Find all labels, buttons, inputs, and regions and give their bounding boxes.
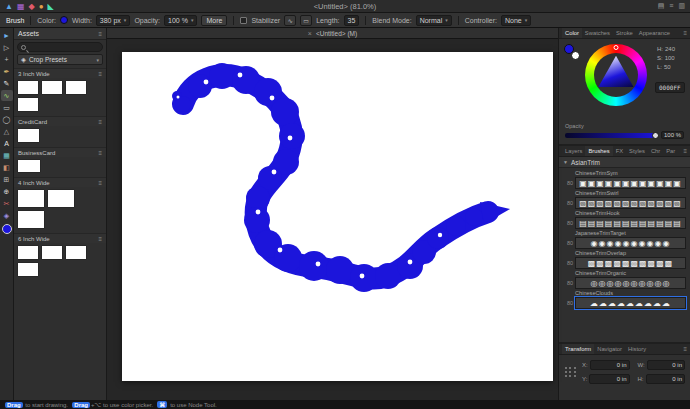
brush-item[interactable]: ChineseTrimOverlap 80 ▩▩▩▩▩▩▩▩▩▩ [559,249,690,269]
anchor-point-selector[interactable] [564,366,577,379]
section-menu-icon[interactable]: ≡ [98,236,102,242]
document-page[interactable] [122,52,553,381]
panel-tab[interactable]: Styles [626,146,648,156]
brush-item[interactable]: ChineseTrimSym 80 ▣▣▣▣▣▣▣▣▣▣▣▣ [559,169,690,189]
asset-thumbnail[interactable] [18,129,39,142]
asset-thumbnail[interactable] [66,81,86,94]
gradient-tool[interactable]: ◧ [1,162,13,173]
panel-tab[interactable]: Chr [648,146,663,156]
asset-thumbnail[interactable] [42,81,62,94]
section-menu-icon[interactable]: ≡ [98,180,102,186]
grid-tool[interactable]: ⊞ [1,174,13,185]
crop-tool[interactable]: ✂ [1,198,13,209]
asset-thumbnail[interactable] [18,263,38,276]
divider [30,16,31,25]
zoom-tool[interactable]: ◈ [1,210,13,221]
preferences-icon[interactable]: ≡ [669,2,673,10]
designer-persona[interactable]: ▲ [5,2,13,11]
transform-field-input[interactable]: 0 in [646,374,686,384]
transform-field-input[interactable]: 0 in [589,374,629,384]
width-dropdown[interactable]: 380 px▾ [96,15,131,26]
brush-item[interactable]: ChineseTrimSwirl 80 ▧▧▧▧▧▧▧▧▧▧▧▧ [559,189,690,209]
hex-value-field[interactable]: 0000FF [655,82,685,93]
brush-item[interactable]: JapaneseTrimTarget 80 ◉◉◉◉◉◉◉◉◉◉ [559,229,690,249]
hue-marker[interactable] [614,45,619,50]
move-tool[interactable]: ► [1,30,13,41]
photo-persona[interactable]: ● [39,2,44,11]
ellipse-tool[interactable]: ◯ [1,114,13,125]
brush-item[interactable]: ChineseTrimHook 80 ▤▤▤▤▤▤▤▤▤▤▤▤ [559,209,690,229]
brush-color-swatch[interactable] [60,16,68,24]
publisher-persona[interactable]: ◣ [47,2,53,11]
vector-brush-tool[interactable]: ∿ [1,90,13,101]
asset-thumbnail[interactable] [18,246,38,259]
window-stabilizer-button[interactable]: ▭ [300,15,312,26]
snapping-icon[interactable]: ▤ [658,2,665,10]
triangle-tool[interactable]: △ [1,126,13,137]
rope-stabilizer-button[interactable]: ∿ [284,15,296,26]
blend-mode-dropdown[interactable]: Normal▾ [416,15,452,26]
panel-menu-icon[interactable]: ≡ [683,148,687,154]
pencil-tool[interactable]: ✎ [1,78,13,89]
pixel-persona[interactable]: ▦ [17,2,25,11]
brush-item[interactable]: ChineseTrimOrganic 80 ◎◎◎◎◎◎◎◎◎◎ [559,269,690,289]
color-wheel[interactable] [585,44,647,106]
brush-category-row[interactable]: ▼ AsianTrim [559,157,690,168]
tab-close-icon[interactable]: × [308,30,312,37]
current-color-well[interactable] [2,224,12,234]
asset-thumbnail[interactable] [48,190,74,207]
panel-tab[interactable]: Transform [562,344,594,354]
panel-tab[interactable]: Navigator [594,344,625,354]
section-menu-icon[interactable]: ≡ [98,119,102,125]
brush-item[interactable]: ChineseClouds 80 ☁☁☁☁☁☁☁☁☁ [559,289,690,309]
panel-tab[interactable]: Layers [562,146,585,156]
rectangle-tool[interactable]: ▭ [1,102,13,113]
asset-thumbnail[interactable] [18,211,44,228]
asset-thumbnail[interactable] [18,98,38,111]
panel-tab[interactable]: Brushes [585,146,612,156]
more-button[interactable]: More [201,15,227,26]
view-options-icon[interactable]: ▥ [678,2,685,10]
asset-thumbnail[interactable] [18,160,40,172]
text-tool[interactable]: A [1,138,13,149]
panel-tab[interactable]: Par [663,146,678,156]
panel-tab[interactable]: FX [613,146,626,156]
document-tab[interactable]: × <Untitled> (M) [107,28,558,38]
panel-tab[interactable]: Stroke [613,28,636,38]
pen-tool[interactable]: ✒ [1,66,13,77]
panel-menu-icon[interactable]: ≡ [98,31,102,37]
opacity-slider[interactable] [565,133,657,138]
canvas-area[interactable]: × <Untitled> (M) [107,28,558,400]
stabilizer-checkbox[interactable] [240,17,247,24]
length-label: Length: [316,17,339,24]
asset-category-dropdown[interactable]: ◈ Crop Presets ▾ [17,54,103,65]
fill-color-indicator[interactable] [564,44,574,54]
node-tool[interactable]: ▷ [1,42,13,53]
transparency-tool[interactable]: ⊕ [1,186,13,197]
pixel-tool[interactable]: ▦ [1,150,13,161]
panel-tab[interactable]: Color [562,28,582,38]
panel-tab[interactable]: History [625,344,649,354]
length-field[interactable]: 35 [344,15,360,26]
opacity-slider-knob[interactable] [652,132,659,139]
panel-menu-icon[interactable]: ≡ [683,30,687,36]
point-transform-tool[interactable]: + [1,54,13,65]
transform-field-input[interactable]: 0 in [590,360,630,370]
section-menu-icon[interactable]: ≡ [98,150,102,156]
brush-name: ChineseTrimHook [563,209,686,217]
panel-tab[interactable]: Swatches [582,28,613,38]
panel-tab[interactable]: Appearance [636,28,673,38]
asset-thumbnail[interactable] [66,246,86,259]
assets-search-input[interactable] [17,42,103,52]
export-persona[interactable]: ◆ [28,2,34,11]
opacity-dropdown[interactable]: 100 %▾ [164,15,197,26]
asset-thumbnail[interactable] [18,190,44,207]
transform-field-input[interactable]: 0 in [647,360,685,370]
panel-menu-icon[interactable]: ≡ [683,346,687,352]
controller-dropdown[interactable]: None▾ [501,15,531,26]
section-menu-icon[interactable]: ≡ [98,71,102,77]
asset-thumbnail[interactable] [18,81,38,94]
status-text: Drag [72,402,90,408]
asset-thumbnail[interactable] [42,246,62,259]
saturation-triangle[interactable] [596,55,636,95]
